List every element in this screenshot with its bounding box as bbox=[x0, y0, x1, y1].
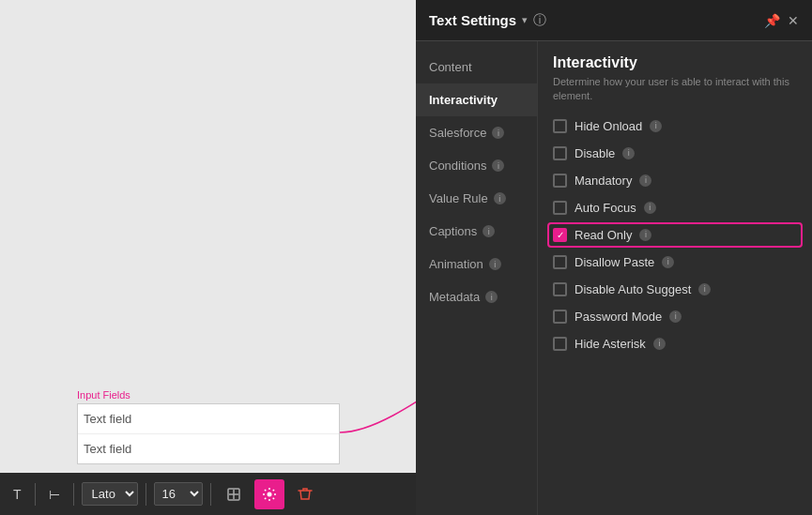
link-icon bbox=[226, 487, 241, 502]
sidebar-info-icon: i bbox=[483, 225, 495, 237]
option-row-hide-onload: Hide Onloadi bbox=[553, 117, 797, 135]
panel-header-icons: 📌 ✕ bbox=[764, 13, 799, 28]
settings-button[interactable] bbox=[254, 479, 284, 509]
panel-title: Text Settings bbox=[429, 12, 516, 28]
panel-header-left: Text Settings ▾ ⓘ bbox=[429, 12, 546, 29]
option-info-icon: i bbox=[650, 120, 662, 132]
sidebar-item-label: Metadata bbox=[429, 290, 480, 304]
option-label-disable: Disable bbox=[575, 146, 615, 160]
text-field-1[interactable] bbox=[78, 404, 339, 434]
input-fields-label: Input Fields bbox=[77, 389, 130, 401]
sidebar-item-label: Captions bbox=[429, 224, 477, 238]
option-checkbox-auto-focus[interactable] bbox=[553, 201, 567, 215]
sidebar-info-icon: i bbox=[494, 192, 506, 204]
text-field-2[interactable] bbox=[78, 434, 339, 463]
option-label-disallow-paste: Disallow Paste bbox=[575, 255, 654, 269]
chevron-down-icon[interactable]: ▾ bbox=[522, 14, 528, 26]
toolbar-divider-4 bbox=[210, 483, 211, 506]
option-row-disable: Disablei bbox=[553, 144, 797, 162]
font-family-select[interactable]: Lato bbox=[82, 482, 138, 506]
option-checkbox-disallow-paste[interactable] bbox=[553, 255, 567, 269]
option-label-mandatory: Mandatory bbox=[575, 174, 632, 188]
option-label-hide-asterisk: Hide Asterisk bbox=[575, 337, 646, 351]
option-info-icon: i bbox=[644, 202, 656, 214]
option-label-auto-focus: Auto Focus bbox=[575, 201, 636, 215]
font-size-select[interactable]: 16 bbox=[154, 482, 203, 506]
option-row-disallow-paste: Disallow Pastei bbox=[553, 253, 797, 271]
text-tool-button[interactable]: T bbox=[8, 483, 27, 506]
option-info-icon: i bbox=[669, 311, 682, 323]
sidebar-item-label: Animation bbox=[429, 257, 483, 271]
bottom-toolbar: T ⊢ Lato 16 bbox=[0, 473, 416, 515]
option-row-password-mode: Password Modei bbox=[553, 308, 797, 326]
option-label-hide-onload: Hide Onload bbox=[575, 119, 642, 133]
option-row-read-only: ✓Read Onlyi bbox=[553, 226, 797, 244]
delete-button[interactable] bbox=[290, 479, 320, 509]
section-title: Interactivity bbox=[553, 54, 797, 71]
option-checkbox-mandatory[interactable] bbox=[553, 174, 567, 188]
option-checkbox-password-mode[interactable] bbox=[553, 310, 567, 324]
settings-panel: Text Settings ▾ ⓘ 📌 ✕ ContentInteractivi… bbox=[416, 0, 812, 515]
panel-sidebar: ContentInteractivitySalesforceiCondition… bbox=[416, 41, 538, 515]
toolbar-divider-3 bbox=[146, 483, 146, 506]
sidebar-info-icon: i bbox=[492, 127, 504, 139]
sidebar-item-content[interactable]: Content bbox=[416, 51, 537, 83]
sidebar-info-icon: i bbox=[485, 291, 498, 303]
option-checkbox-read-only[interactable]: ✓ bbox=[553, 228, 567, 242]
toolbar-divider-2 bbox=[73, 483, 74, 506]
canvas-area: Input Fields T ⊢ Lato 16 bbox=[0, 0, 416, 515]
sidebar-item-salesforce[interactable]: Salesforcei bbox=[416, 116, 537, 149]
option-row-disable-auto-suggest: Disable Auto Suggesti bbox=[553, 280, 797, 298]
option-info-icon: i bbox=[662, 256, 674, 268]
option-label-disable-auto-suggest: Disable Auto Suggest bbox=[575, 282, 691, 296]
panel-content: Interactivity Determine how your user is… bbox=[538, 41, 812, 515]
sidebar-item-value-rule[interactable]: Value Rulei bbox=[416, 182, 537, 215]
option-info-icon: i bbox=[622, 147, 635, 159]
sidebar-info-icon: i bbox=[492, 159, 504, 172]
link-button[interactable] bbox=[219, 479, 249, 509]
option-row-mandatory: Mandatoryi bbox=[553, 172, 797, 189]
toolbar-divider-1 bbox=[35, 483, 36, 506]
sidebar-item-label: Conditions bbox=[429, 159, 486, 173]
option-checkbox-disable-auto-suggest[interactable] bbox=[553, 282, 567, 296]
text-icon: T bbox=[13, 487, 22, 502]
sidebar-item-animation[interactable]: Animationi bbox=[416, 248, 537, 280]
option-checkbox-disable[interactable] bbox=[553, 146, 567, 160]
option-info-icon: i bbox=[653, 338, 666, 350]
option-label-read-only: Read Only bbox=[575, 228, 632, 242]
panel-header: Text Settings ▾ ⓘ 📌 ✕ bbox=[416, 0, 812, 41]
close-icon[interactable]: ✕ bbox=[788, 13, 799, 28]
sidebar-info-icon: i bbox=[489, 258, 501, 270]
sidebar-item-label: Value Rule bbox=[429, 191, 488, 205]
section-desc: Determine how your user is able to inter… bbox=[553, 75, 797, 104]
option-row-hide-asterisk: Hide Asteriski bbox=[553, 335, 797, 353]
settings-icon bbox=[262, 487, 277, 502]
option-checkbox-hide-onload[interactable] bbox=[553, 119, 567, 133]
pin-icon[interactable]: 📌 bbox=[764, 13, 780, 28]
sidebar-item-label: Content bbox=[429, 60, 472, 74]
option-label-password-mode: Password Mode bbox=[575, 310, 662, 324]
sidebar-item-label: Salesforce bbox=[429, 126, 486, 140]
sidebar-item-label: Interactivity bbox=[429, 93, 498, 107]
svg-point-1 bbox=[267, 492, 271, 496]
option-checkbox-hide-asterisk[interactable] bbox=[553, 337, 567, 351]
option-row-auto-focus: Auto Focusi bbox=[553, 199, 797, 217]
option-info-icon: i bbox=[639, 174, 651, 187]
input-fields-box bbox=[77, 403, 340, 464]
delete-icon bbox=[298, 487, 313, 502]
panel-body: ContentInteractivitySalesforceiCondition… bbox=[416, 41, 812, 515]
sidebar-item-metadata[interactable]: Metadatai bbox=[416, 280, 537, 313]
sidebar-item-captions[interactable]: Captionsi bbox=[416, 215, 537, 248]
left-align-button[interactable]: ⊢ bbox=[43, 483, 66, 506]
sidebar-item-interactivity[interactable]: Interactivity bbox=[416, 83, 537, 116]
sidebar-item-conditions[interactable]: Conditionsi bbox=[416, 149, 537, 182]
panel-info-icon: ⓘ bbox=[533, 12, 546, 29]
left-align-icon: ⊢ bbox=[49, 487, 60, 502]
option-info-icon: i bbox=[639, 229, 651, 241]
option-info-icon: i bbox=[698, 283, 711, 295]
